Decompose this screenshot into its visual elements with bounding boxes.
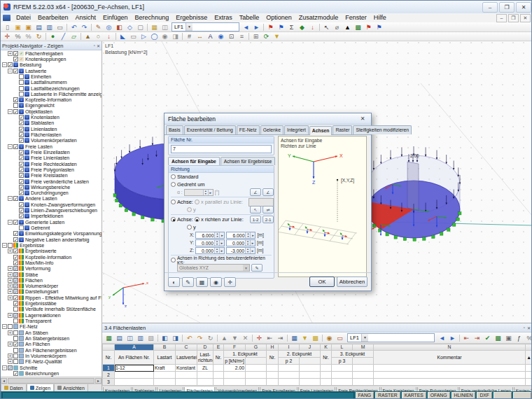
row-up-icon[interactable]: ▲ <box>219 333 230 343</box>
col-header-p2[interactable]: p 2 <box>279 358 300 365</box>
tree-item[interactable]: ↓Getrennt <box>1 225 102 230</box>
menu-datei[interactable]: Datei <box>13 13 34 22</box>
new-file-icon[interactable]: ▯ <box>2 22 13 32</box>
grid-cell[interactable] <box>197 379 214 386</box>
col-letter-E[interactable]: E <box>214 344 224 351</box>
tree-checkbox[interactable]: ✓ <box>13 284 18 288</box>
grid-cell[interactable] <box>374 365 526 372</box>
minimize-button[interactable]: – <box>482 2 498 13</box>
tree-expander-icon[interactable]: + <box>8 266 13 271</box>
jump-first-icon[interactable]: ⇤ <box>461 333 472 343</box>
tree-item[interactable]: ↓Lastfallbezeichnungen <box>1 85 102 91</box>
col-header-nr[interactable]: Nr. <box>103 351 115 365</box>
select-special-icon[interactable]: ⊞ <box>251 31 261 41</box>
y-parallel-radio[interactable] <box>187 207 192 212</box>
grid-cell[interactable] <box>332 372 353 379</box>
tree-item[interactable]: +✓Darstellungsart <box>1 289 102 295</box>
grid-cell[interactable] <box>279 379 300 386</box>
menu-einfügen[interactable]: Einfügen <box>99 13 132 22</box>
tree-item[interactable]: +✓✓Flächenfreigaben <box>1 50 102 56</box>
menu-zusatzmodule[interactable]: Zusatzmodule <box>295 13 342 22</box>
refresh-table-icon[interactable]: ↻ <box>205 333 216 343</box>
tree-item[interactable]: ✓↓Negative Lasten andersfarbig <box>1 237 102 242</box>
col-letter-K[interactable]: K <box>321 344 332 351</box>
navigator-horizontal-scrollbar[interactable]: ◄ ► <box>1 377 102 384</box>
open-project-icon[interactable]: ▣ <box>23 22 34 32</box>
tree-checkbox[interactable]: ✓ <box>19 214 24 218</box>
tree-item[interactable]: ✓↓Freie Rechtecklasten <box>1 161 102 167</box>
tables-icon[interactable]: ▦ <box>149 22 160 32</box>
tree-item[interactable]: ✓↓Flächenlasten <box>1 132 102 137</box>
coord-x1-spinner[interactable]: 6.000▲▼► <box>195 232 225 239</box>
color-scale-icon[interactable]: ▼ <box>272 31 282 41</box>
axis-align-radio[interactable] <box>171 217 176 222</box>
render-mode-icon[interactable]: ◧ <box>114 22 125 32</box>
status-ofang[interactable]: OFANG <box>428 392 450 399</box>
alpha-spinner[interactable]: ▲▼► <box>184 189 214 196</box>
tree-checkbox[interactable] <box>13 354 18 358</box>
generate-icon[interactable]: ⟳ <box>261 31 272 41</box>
insert-surface-icon[interactable]: ▱ <box>69 31 79 41</box>
tree-checkbox[interactable] <box>13 318 18 323</box>
grid-cell[interactable]: 1-12 <box>115 365 154 372</box>
y-align-radio[interactable] <box>187 225 192 230</box>
axis-parallel-radio[interactable] <box>171 200 176 204</box>
tree-item[interactable]: −✓↓Lastwerte <box>1 68 102 74</box>
invert-line-button[interactable]: ⇌ <box>262 206 274 214</box>
comment-button[interactable]: ✎ <box>182 277 194 287</box>
block-icon[interactable]: ▭ <box>128 31 139 41</box>
tree-checkbox[interactable] <box>8 243 13 248</box>
check-table-icon[interactable]: ✔ <box>482 333 493 343</box>
menu-tabelle[interactable]: Tabelle <box>236 13 263 22</box>
tree-checkbox[interactable]: ✓ <box>13 295 18 300</box>
scroll-right-icon[interactable]: ► <box>95 378 102 384</box>
pin-icon[interactable]: ▫ <box>94 43 95 48</box>
col-group-corner3[interactable]: 3. Eckpunkt <box>332 351 374 358</box>
tree-checkbox[interactable]: ✓ <box>13 231 18 236</box>
col-header-nr3[interactable]: Nr. <box>267 351 279 365</box>
tree-expander-icon[interactable]: − <box>2 365 7 370</box>
row-number[interactable]: 2 <box>103 372 115 379</box>
isolate-icon[interactable]: ⊡ <box>226 31 237 41</box>
table-off-icon[interactable]: ▨ <box>146 333 156 343</box>
pick-angle2-button[interactable]: ∠ <box>262 188 274 196</box>
redo-table-icon[interactable]: ↷ <box>195 333 205 343</box>
tree-checkbox[interactable]: ✓ <box>13 313 18 318</box>
grid-cell[interactable] <box>214 372 224 379</box>
tree-checkbox[interactable] <box>8 324 13 329</box>
tree-item[interactable]: ✓↓Freie veränderliche Lasten <box>1 178 102 184</box>
col-letter-D[interactable]: D <box>197 344 214 351</box>
tree-checkbox[interactable]: ✓ <box>19 127 24 132</box>
save-icon[interactable]: ▤ <box>34 22 44 32</box>
tree-checkbox[interactable]: ✓ <box>19 155 24 160</box>
percent-a-icon[interactable]: % <box>13 31 23 41</box>
tree-checkbox[interactable]: ✓ <box>13 237 18 242</box>
row-delete-icon[interactable]: ✕ <box>240 333 251 343</box>
module-flag-blue-icon[interactable]: ⚑ <box>276 22 286 32</box>
tree-item[interactable]: +✓Flächen <box>1 277 102 283</box>
tree-item[interactable]: +✓Stäbe <box>1 272 102 277</box>
standard-radio[interactable] <box>171 174 176 179</box>
dlubal-red-icon[interactable]: ⚑ <box>363 22 374 32</box>
tree-checkbox[interactable] <box>19 92 24 97</box>
order-21-button[interactable]: 2-1 <box>262 216 274 223</box>
tree-item[interactable]: ✓↓Imperfektionen <box>1 214 102 219</box>
tree-expander-icon[interactable]: + <box>8 289 13 294</box>
new-model-icon[interactable]: ◣ <box>118 31 128 41</box>
row-number[interactable]: 1 <box>103 365 115 372</box>
tree-checkbox[interactable]: ✓ <box>8 62 13 67</box>
grid-cell[interactable] <box>176 379 197 386</box>
load-case-combobox[interactable]: LF1 ▼ <box>172 22 239 31</box>
mdi-restore-button[interactable]: ❐ <box>508 14 519 22</box>
open-folder-icon[interactable]: ▣ <box>13 22 23 32</box>
status-hlinien[interactable]: HLINIEN <box>451 392 476 399</box>
col-letter-C[interactable]: C <box>176 344 197 351</box>
grid-cell[interactable] <box>300 372 321 379</box>
col-letter-I[interactable]: I <box>279 344 300 351</box>
col-header-comment[interactable]: Kommentar <box>374 351 526 365</box>
grid-cell[interactable] <box>154 379 176 386</box>
table-export-icon[interactable]: ▥ <box>135 333 146 343</box>
tree-item[interactable]: −FE-Netz <box>1 324 102 330</box>
col-header-p1[interactable]: p [kN/m²] <box>224 358 246 365</box>
mdi-minimize-button[interactable]: – <box>496 14 507 22</box>
